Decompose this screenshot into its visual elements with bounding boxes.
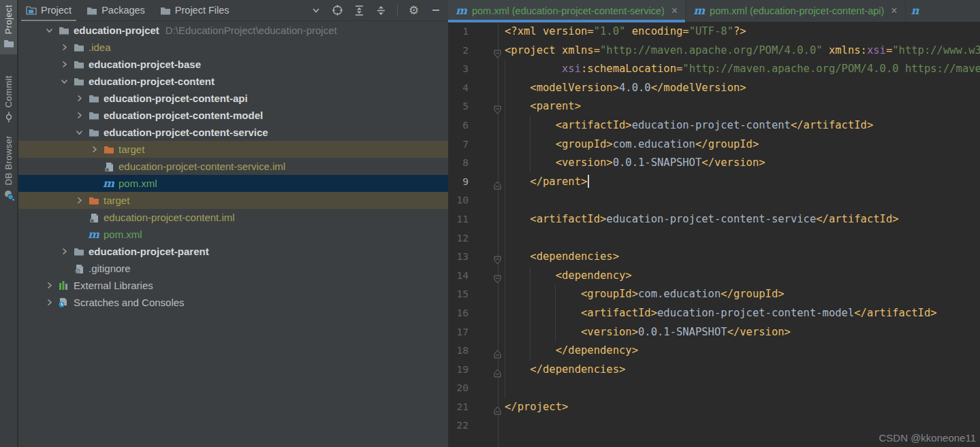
settings-gear-icon[interactable]: ⚙ <box>408 5 420 16</box>
code-text: <artifactId>education-projcet-content-se… <box>505 210 899 229</box>
code-text: xsi:schemaLocation="http://maven.apache.… <box>505 60 980 79</box>
close-tab-icon[interactable]: × <box>891 5 897 17</box>
view-tab-label: Project <box>41 5 72 16</box>
fold-marker-close[interactable] <box>494 365 501 374</box>
view-tab-packages[interactable]: Packages <box>79 0 153 21</box>
tree-row-pom-xml[interactable]: mpom.xml <box>18 175 448 192</box>
tree-row-target[interactable]: target <box>18 141 448 158</box>
code-text: <?xml version="1.0" encoding="UTF-8"?> <box>505 22 746 42</box>
chevron-collapsed-icon[interactable] <box>86 141 101 158</box>
stripe-button-project[interactable]: Project <box>0 0 17 54</box>
chevron-expanded-icon[interactable] <box>72 124 86 141</box>
view-tab-project[interactable]: Project <box>18 0 79 21</box>
project-view-icon <box>26 5 37 15</box>
tree-row-education-projcet-content-model[interactable]: education-projcet-content-model <box>18 107 448 124</box>
editor-body[interactable]: 1<?xml version="1.0" encoding="UTF-8"?>2… <box>448 22 980 447</box>
tree-row-education-projcet-content[interactable]: education-projcet-content <box>18 73 448 90</box>
code-line: 10 <box>448 191 980 210</box>
tree-row-education-projcet-base[interactable]: education-projcet-base <box>18 56 448 73</box>
chevron-expanded-icon[interactable] <box>42 22 57 39</box>
code-text: <artifactId>education-projcet-content-mo… <box>505 304 937 323</box>
libraries-icon <box>57 277 71 294</box>
fold-marker-open[interactable] <box>494 46 501 55</box>
line-number: 5 <box>448 97 469 116</box>
view-tab-project-files[interactable]: Project Files <box>153 0 237 21</box>
fold-marker-open[interactable] <box>494 271 501 280</box>
chevron-collapsed-icon[interactable] <box>72 107 86 124</box>
chevron-collapsed-icon[interactable] <box>57 243 72 260</box>
chevron-collapsed-icon[interactable] <box>57 56 72 73</box>
chevron-collapsed-icon[interactable] <box>72 90 86 107</box>
code-line: 5 <parent> <box>448 97 980 116</box>
indent-guide <box>505 60 505 398</box>
panel-toolbar: ⚙ <box>310 4 448 16</box>
tree-row--idea[interactable]: .idea <box>18 39 448 56</box>
close-tab-icon[interactable]: × <box>671 5 678 17</box>
code-line: 17 <version>0.0.1-SNAPSHOT</version> <box>448 323 980 342</box>
iml-file-icon <box>101 158 116 175</box>
fold-marker-open[interactable] <box>494 102 501 111</box>
project-path: D:\EducationProject\education-projcet <box>165 24 337 36</box>
tree-row-target[interactable]: target <box>18 192 448 209</box>
editor-tab-1[interactable]: mpom.xml (education-projcet-content-serv… <box>448 0 686 22</box>
module-folder-icon <box>86 90 101 107</box>
tree-row-education-projcet[interactable]: education-projcetD:\EducationProject\edu… <box>18 22 448 39</box>
tree-row-education-projcet-content-service[interactable]: education-projcet-content-service <box>18 124 448 141</box>
tree-item-label: target <box>104 195 129 206</box>
code-text: </dependency> <box>505 342 638 361</box>
tree-row-education-projcet-content-iml[interactable]: education-projcet-content.iml <box>18 209 448 226</box>
chevron-collapsed-icon[interactable] <box>57 39 72 56</box>
stripe-label: Commit <box>3 76 14 107</box>
fold-marker-close[interactable] <box>494 403 501 412</box>
editor-tab-3[interactable]: m <box>906 0 919 22</box>
chevron-expanded-icon[interactable] <box>57 73 72 90</box>
locate-icon[interactable] <box>332 5 343 16</box>
tree-item-label: pom.xml <box>104 229 142 240</box>
tree-row-external-libraries[interactable]: External Libraries <box>18 277 448 294</box>
tree-row--gitignore[interactable]: .gitignore <box>18 260 448 277</box>
stripe-label: Project <box>3 5 14 34</box>
stripe-button-commit[interactable]: Commit <box>0 71 17 129</box>
line-number: 22 <box>448 416 469 435</box>
line-number: 14 <box>448 267 469 286</box>
line-number: 10 <box>448 191 469 210</box>
line-number: 2 <box>448 42 469 61</box>
hide-panel-icon[interactable] <box>430 5 441 16</box>
chevron-spacer <box>72 226 86 243</box>
excluded-folder-icon <box>86 192 101 209</box>
tree-row-pom-xml[interactable]: mpom.xml <box>18 226 448 243</box>
tree-row-scratches-and-consoles[interactable]: Scratches and Consoles <box>18 294 448 311</box>
maven-icon: m <box>693 5 705 16</box>
expand-all-icon[interactable] <box>353 5 365 16</box>
collapse-all-icon[interactable] <box>375 5 387 16</box>
editor-tab-2[interactable]: mpom.xml (education-projcet-content-api)… <box>686 0 906 22</box>
chevron-collapsed-icon[interactable] <box>72 192 86 209</box>
module-folder-icon <box>86 124 101 141</box>
view-tab-label: Project Files <box>175 5 230 16</box>
line-number: 19 <box>448 361 469 380</box>
db-browser-icon <box>3 190 14 203</box>
fold-marker-open[interactable] <box>494 252 501 261</box>
gitignore-file-icon <box>72 260 86 277</box>
maven-icon: m <box>693 4 705 17</box>
editor-tab-label: pom.xml (education-projcet-content-servi… <box>472 5 665 16</box>
line-number: 16 <box>448 304 469 323</box>
chevron-collapsed-icon[interactable] <box>42 277 57 294</box>
chevron-down-icon[interactable] <box>310 5 321 16</box>
tree-item-label: education-projcet-content-service <box>104 127 268 138</box>
iml-file-icon <box>86 209 101 226</box>
code-text: <version>0.0.1-SNAPSHOT</version> <box>505 323 791 342</box>
tree-row-education-projcet-content-service-iml[interactable]: education-projcet-content-service.iml <box>18 158 448 175</box>
tree-item-label: education-projcet-content <box>89 76 215 87</box>
code-line: 14 <dependency> <box>448 267 980 286</box>
fold-marker-close[interactable] <box>494 346 501 355</box>
chevron-collapsed-icon[interactable] <box>42 294 57 311</box>
stripe-button-db-browser[interactable]: DB Browser <box>0 131 17 207</box>
tree-row-education-projcet-parent[interactable]: education-projcet-parent <box>18 243 448 260</box>
line-number: 3 <box>448 60 469 79</box>
line-number: 7 <box>448 135 469 154</box>
chevron-spacer <box>86 175 101 192</box>
fold-marker-close[interactable] <box>494 178 501 186</box>
tree-row-education-projcet-content-api[interactable]: education-projcet-content-api <box>18 90 448 107</box>
scratches-icon <box>57 294 71 311</box>
